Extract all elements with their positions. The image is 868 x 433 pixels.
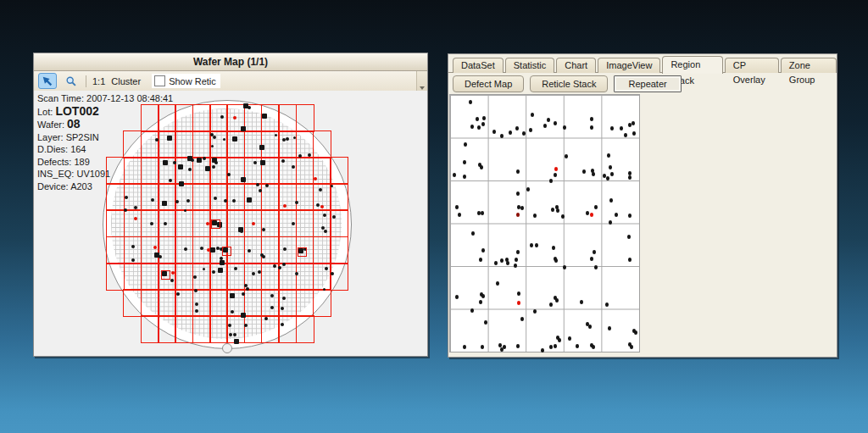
reticle-divider	[330, 237, 331, 264]
defect-dot	[293, 136, 296, 139]
stack-defect-dot	[580, 300, 584, 304]
info-value: UV1091	[76, 169, 110, 179]
stack-defect-dot	[520, 206, 525, 210]
stack-defect-dot	[556, 208, 560, 213]
show-reticle-checkbox[interactable]	[154, 75, 165, 86]
tab-statistic[interactable]: Statistic	[505, 58, 555, 73]
stack-defect-dot	[609, 220, 613, 225]
reticle-divider	[124, 210, 125, 236]
reticle-divider	[124, 264, 125, 290]
stack-defect-dot	[592, 345, 596, 349]
stack-defect-dot	[549, 345, 554, 349]
stack-defect-dot	[481, 211, 485, 215]
select-arrow-icon[interactable]	[38, 73, 57, 89]
defect-dot	[241, 313, 247, 319]
tab-dataset[interactable]: DataSet	[453, 58, 504, 73]
stack-defect-dot	[632, 131, 637, 136]
defect-dot	[178, 164, 184, 170]
scale-1to1-button[interactable]: 1:1	[92, 76, 105, 86]
stack-defect-dot	[515, 126, 520, 130]
wafer-info-line: Defects: 189	[37, 156, 173, 169]
reticle-divider	[226, 264, 228, 290]
subtab-defect-map[interactable]: Defect Map	[453, 75, 524, 92]
defect-dot	[241, 177, 247, 183]
subtab-repeater[interactable]: Repeater	[614, 75, 681, 92]
reticle-divider	[192, 290, 194, 316]
info-label: Layer:	[37, 132, 66, 142]
stack-defect-dot	[605, 303, 609, 307]
stack-defect-dot	[628, 171, 632, 175]
stack-defect-dot	[458, 213, 462, 217]
reticle-divider	[158, 264, 159, 290]
stack-defect-dot	[552, 246, 556, 250]
defect-dot	[331, 185, 333, 187]
wafer-info-line: Lot: LOT002	[37, 105, 173, 119]
region-stack-panel: DataSetStatisticChartImageViewRegion Sta…	[448, 53, 837, 358]
info-label: INS_EQ:	[37, 169, 76, 179]
stack-defect-dot	[516, 169, 520, 174]
stack-defect-dot	[498, 343, 503, 347]
defect-dot	[232, 136, 238, 142]
stack-defect-dot	[531, 113, 535, 117]
wafer-map-view[interactable]: Scan Time: 2007-12-13 08:48:41Lot: LOT00…	[34, 91, 427, 356]
info-value: A203	[70, 181, 92, 192]
info-label: Defects:	[37, 157, 74, 167]
stack-defect-dot	[530, 243, 534, 247]
repeater-stack-grid[interactable]	[449, 94, 640, 353]
stack-dark-red-dot	[516, 213, 520, 217]
tab-zone-group[interactable]: Zone Group	[781, 58, 837, 73]
reticle-row	[123, 289, 331, 317]
reticle-divider	[175, 237, 176, 264]
stack-defect-dot	[590, 257, 594, 261]
stack-defect-dot	[463, 175, 467, 179]
stack-defect-dot	[479, 300, 483, 304]
cluster-button[interactable]: Cluster	[111, 76, 141, 86]
stack-defect-dot	[481, 248, 486, 253]
tab-chart[interactable]: Chart	[556, 58, 596, 73]
reticle-divider	[296, 131, 298, 158]
reticle-divider	[141, 237, 142, 264]
reticle-divider	[141, 264, 142, 290]
stack-defect-dot	[514, 264, 518, 268]
reticle-divider	[261, 316, 263, 342]
reticle-divider	[192, 210, 194, 236]
magnifier-icon[interactable]	[63, 74, 80, 88]
stack-defect-dot	[477, 125, 481, 130]
stack-defect-dot	[606, 176, 610, 180]
reticle-divider	[226, 105, 228, 131]
reticle-divider	[175, 316, 176, 342]
wafer-info-line: Wafer: 08	[37, 118, 173, 131]
wafer-info-block: Scan Time: 2007-12-13 08:48:41Lot: LOT00…	[37, 92, 173, 192]
reticle-divider	[296, 158, 298, 184]
reticle-divider	[296, 316, 298, 342]
info-value: 189	[74, 157, 89, 167]
reticle-divider	[244, 210, 246, 236]
stack-defect-dot	[529, 128, 533, 132]
defect-dot	[259, 145, 265, 151]
stack-defect-dot	[481, 294, 486, 298]
reticle-divider	[226, 210, 228, 236]
stack-defect-dot	[481, 345, 485, 349]
wafer-info-line: D.Dies: 164	[37, 143, 173, 156]
reticle-divider	[175, 105, 176, 131]
stack-defect-dot	[590, 125, 594, 130]
stack-defect-dot	[561, 214, 565, 219]
reticle-divider	[313, 184, 314, 210]
stack-defect-dot	[628, 258, 632, 262]
reticle-divider	[158, 210, 159, 236]
stack-defect-dot	[554, 344, 558, 348]
tab-region-stack[interactable]: Region Stack	[662, 56, 722, 74]
tab-imageview[interactable]: ImageView	[598, 58, 660, 73]
stack-defect-dot	[522, 131, 526, 136]
red-marker-box	[222, 247, 231, 256]
tab-cp-overlay[interactable]: CP Overlay	[725, 58, 779, 73]
red-marker-box	[161, 270, 170, 280]
reticle-divider	[192, 316, 194, 342]
subtab-reticle-stack[interactable]: Reticle Stack	[530, 75, 608, 92]
stack-defect-dot	[547, 118, 551, 122]
info-label: D.Dies:	[37, 144, 70, 154]
show-reticle-control[interactable]: Show Retic	[152, 74, 220, 88]
defect-dot	[247, 197, 253, 203]
stack-defect-dot	[509, 130, 513, 135]
defect-dot	[234, 339, 240, 345]
